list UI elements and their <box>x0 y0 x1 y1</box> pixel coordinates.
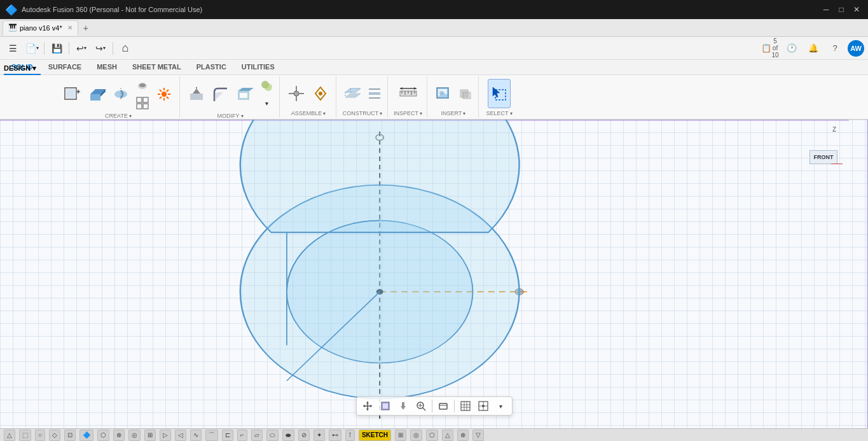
extrude-button[interactable] <box>85 80 108 109</box>
svg-rect-28 <box>240 93 247 98</box>
press-pull-button[interactable] <box>185 80 208 109</box>
status-item-4[interactable]: ◇ <box>49 430 60 441</box>
job-status-button[interactable]: 📋 5 of 10 <box>761 40 779 57</box>
svg-point-15 <box>162 92 167 97</box>
pattern-button[interactable] <box>134 95 151 111</box>
canvas-button[interactable] <box>432 79 455 108</box>
grid-button[interactable] <box>457 398 474 414</box>
status-item-8[interactable]: ⊕ <box>113 430 125 441</box>
new-component-button[interactable] <box>61 80 84 109</box>
status-item-5[interactable]: ⊡ <box>64 430 76 441</box>
visual-style-button[interactable] <box>435 398 451 414</box>
status-item-2[interactable]: ⬚ <box>19 430 31 441</box>
status-item-15[interactable]: ⊏ <box>222 430 233 441</box>
modify-more-button[interactable]: ▾ <box>258 95 275 111</box>
svg-marker-37 <box>345 94 361 97</box>
hole-button[interactable] <box>134 78 151 94</box>
add-tab-button[interactable]: + <box>79 22 92 34</box>
status-item-10[interactable]: ⊞ <box>144 430 156 441</box>
status-item-22[interactable]: ⊷ <box>329 430 341 441</box>
tab-mesh[interactable]: MESH <box>89 60 125 75</box>
status-item-30[interactable]: ▽ <box>472 430 484 441</box>
svg-marker-25 <box>193 88 200 94</box>
sketch-highlight-button[interactable]: SKETCH <box>359 430 391 441</box>
minimize-button[interactable]: ─ <box>820 3 832 16</box>
status-item-13[interactable]: ∿ <box>190 430 202 441</box>
inspect-group: INSPECT ▾ <box>389 76 427 118</box>
combine-button[interactable] <box>258 78 275 94</box>
viewcube-front-face[interactable]: FRONT <box>809 150 837 164</box>
status-item-26[interactable]: ◎ <box>410 430 422 441</box>
design-selector-button[interactable]: DESIGN ▾ <box>4 61 36 75</box>
title-bar: 🔷 Autodesk Fusion 360 (Personal - Not fo… <box>0 0 868 19</box>
close-window-button[interactable]: ✕ <box>850 3 863 16</box>
ribbon-area: DESIGN ▾ SOLID SURFACE MESH SHEET METAL … <box>0 60 868 120</box>
menu-button[interactable]: ☰ <box>4 40 22 57</box>
joint-button[interactable] <box>285 79 308 108</box>
undo-button[interactable]: ↩ ▾ <box>72 40 90 57</box>
notifications-button[interactable]: 🔔 <box>804 40 822 57</box>
file-menu-button[interactable]: 📄 ▾ <box>23 40 41 57</box>
status-item-6[interactable]: 🔷 <box>79 430 93 441</box>
midplane-button[interactable] <box>366 85 383 102</box>
status-item-25[interactable]: ⊞ <box>395 430 406 441</box>
snapping-button[interactable] <box>475 398 492 414</box>
svg-rect-68 <box>383 403 388 409</box>
status-item-21[interactable]: ✦ <box>313 430 325 441</box>
redo-button[interactable]: ↪ ▾ <box>92 40 109 57</box>
tab-utilities[interactable]: UTILITIES <box>234 60 282 75</box>
pan-button[interactable] <box>395 398 411 414</box>
clock-button[interactable]: 🕐 <box>783 40 801 57</box>
status-item-17[interactable]: ▱ <box>251 430 263 441</box>
status-item-9[interactable]: ◎ <box>128 430 141 441</box>
status-item-28[interactable]: △ <box>442 430 453 441</box>
status-item-7[interactable]: ⬡ <box>97 430 109 441</box>
display-mode-icon <box>380 401 390 411</box>
status-item-1[interactable]: △ <box>4 430 15 441</box>
settings-button[interactable]: ▾ <box>493 398 509 414</box>
move-tool-button[interactable] <box>359 398 376 414</box>
viewport[interactable]: Z FRONT <box>0 120 868 428</box>
assemble-group: ASSEMBLE ▾ <box>281 76 336 118</box>
shell-button[interactable] <box>233 80 256 109</box>
insert-group-label: INSERT ▾ <box>441 110 466 116</box>
help-button[interactable]: ? <box>826 40 844 57</box>
viewcube[interactable]: Z FRONT <box>804 126 843 164</box>
motion-button[interactable] <box>309 79 332 108</box>
status-item-16[interactable]: ⌐ <box>237 430 247 441</box>
svg-point-10 <box>139 83 146 87</box>
status-item-18[interactable]: ⬭ <box>266 430 279 441</box>
home-button[interactable]: ⌂ <box>116 40 134 57</box>
tab-surface[interactable]: SURFACE <box>41 60 90 75</box>
maximize-button[interactable]: □ <box>835 3 848 16</box>
zoom-fit-icon <box>416 401 426 411</box>
status-item-3[interactable]: ○ <box>35 430 45 441</box>
user-button[interactable]: AW <box>848 40 864 57</box>
status-item-19[interactable]: ⬬ <box>282 430 294 441</box>
assemble-icons <box>285 78 332 109</box>
save-button[interactable]: 💾 <box>48 40 65 57</box>
status-item-29[interactable]: ⊕ <box>457 430 469 441</box>
status-item-20[interactable]: ⊘ <box>298 430 310 441</box>
svg-rect-1 <box>66 89 76 98</box>
offset-plane-button[interactable] <box>341 79 364 108</box>
status-item-14[interactable]: ⌒ <box>205 430 218 441</box>
tab-plastic[interactable]: PLASTIC <box>189 60 234 75</box>
titlebar-controls[interactable]: ─ □ ✕ <box>820 3 863 16</box>
display-mode-button[interactable] <box>377 398 394 414</box>
status-item-11[interactable]: ▷ <box>160 430 171 441</box>
status-item-23[interactable]: ⊺ <box>345 430 355 441</box>
tab-sheet-metal[interactable]: SHEET METAL <box>125 60 189 75</box>
select-tool-button[interactable] <box>488 79 511 108</box>
jobs-icon: 📋 <box>761 43 771 53</box>
decal-button[interactable] <box>457 85 474 102</box>
close-tab-button[interactable]: ✕ <box>67 24 72 31</box>
status-item-12[interactable]: ◁ <box>175 430 186 441</box>
create-more-button[interactable] <box>153 80 176 109</box>
revolve-button[interactable] <box>109 80 132 109</box>
status-item-27[interactable]: ⬡ <box>426 430 438 441</box>
file-tab[interactable]: 🎹 piano v16 v4* ✕ <box>3 20 78 36</box>
fillet-button[interactable] <box>209 80 232 109</box>
measure-button[interactable] <box>397 79 420 108</box>
zoom-fit-button[interactable] <box>413 398 429 414</box>
